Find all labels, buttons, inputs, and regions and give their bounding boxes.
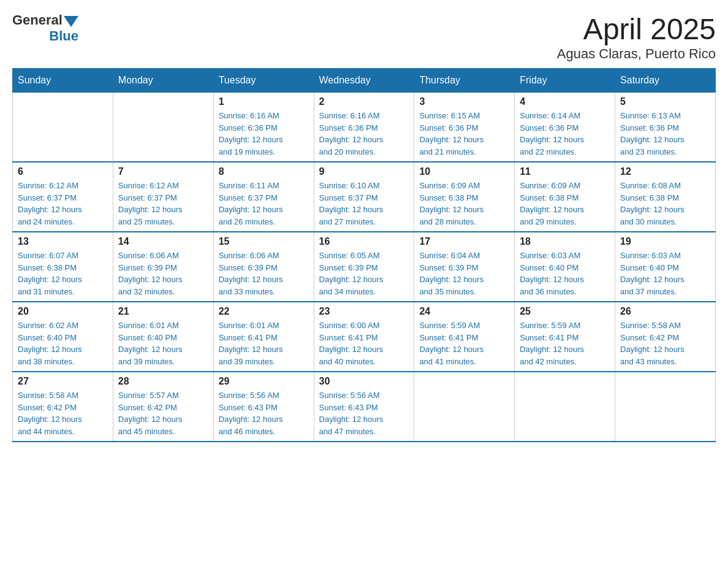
day-info: Sunrise: 6:06 AM Sunset: 6:39 PM Dayligh… xyxy=(118,250,208,297)
day-info: Sunrise: 6:00 AM Sunset: 6:41 PM Dayligh… xyxy=(319,320,409,367)
calendar-week-row: 20Sunrise: 6:02 AM Sunset: 6:40 PM Dayli… xyxy=(13,302,716,372)
calendar-cell xyxy=(414,372,515,442)
calendar-table: SundayMondayTuesdayWednesdayThursdayFrid… xyxy=(12,68,716,442)
day-number: 6 xyxy=(18,166,108,177)
day-info: Sunrise: 6:08 AM Sunset: 6:38 PM Dayligh… xyxy=(620,180,710,228)
day-info: Sunrise: 6:03 AM Sunset: 6:40 PM Dayligh… xyxy=(620,250,710,297)
day-number: 28 xyxy=(118,376,208,387)
day-info: Sunrise: 6:06 AM Sunset: 6:39 PM Dayligh… xyxy=(219,250,309,297)
day-number: 18 xyxy=(520,236,610,247)
weekday-header: Monday xyxy=(113,69,213,93)
calendar-cell: 16Sunrise: 6:05 AM Sunset: 6:39 PM Dayli… xyxy=(314,232,414,302)
calendar-cell: 14Sunrise: 6:06 AM Sunset: 6:39 PM Dayli… xyxy=(113,232,213,302)
calendar-cell: 7Sunrise: 6:12 AM Sunset: 6:37 PM Daylig… xyxy=(113,162,213,232)
day-info: Sunrise: 5:58 AM Sunset: 6:42 PM Dayligh… xyxy=(18,389,108,437)
title-block: April 2025 Aguas Claras, Puerto Rico xyxy=(557,12,716,62)
day-number: 5 xyxy=(620,96,710,107)
day-number: 4 xyxy=(520,96,610,107)
calendar-cell xyxy=(515,372,615,442)
weekday-header: Tuesday xyxy=(213,69,314,93)
day-info: Sunrise: 6:16 AM Sunset: 6:36 PM Dayligh… xyxy=(319,110,409,158)
calendar-title: April 2025 xyxy=(557,12,716,46)
calendar-cell: 19Sunrise: 6:03 AM Sunset: 6:40 PM Dayli… xyxy=(615,232,716,302)
calendar-cell: 26Sunrise: 5:58 AM Sunset: 6:42 PM Dayli… xyxy=(615,302,716,372)
calendar-week-row: 27Sunrise: 5:58 AM Sunset: 6:42 PM Dayli… xyxy=(13,372,716,442)
day-number: 29 xyxy=(219,376,309,387)
calendar-cell: 20Sunrise: 6:02 AM Sunset: 6:40 PM Dayli… xyxy=(13,302,113,372)
day-info: Sunrise: 6:12 AM Sunset: 6:37 PM Dayligh… xyxy=(118,180,208,228)
logo-blue-text: Blue xyxy=(49,28,78,44)
calendar-cell: 25Sunrise: 5:59 AM Sunset: 6:41 PM Dayli… xyxy=(515,302,615,372)
day-info: Sunrise: 6:14 AM Sunset: 6:36 PM Dayligh… xyxy=(520,110,610,158)
day-info: Sunrise: 5:59 AM Sunset: 6:41 PM Dayligh… xyxy=(419,320,509,367)
calendar-cell xyxy=(615,372,716,442)
day-info: Sunrise: 6:12 AM Sunset: 6:37 PM Dayligh… xyxy=(18,180,108,228)
day-number: 24 xyxy=(419,306,509,317)
day-info: Sunrise: 6:03 AM Sunset: 6:40 PM Dayligh… xyxy=(520,250,610,297)
calendar-cell: 29Sunrise: 5:56 AM Sunset: 6:43 PM Dayli… xyxy=(213,372,314,442)
day-info: Sunrise: 5:56 AM Sunset: 6:43 PM Dayligh… xyxy=(319,389,409,437)
calendar-cell: 8Sunrise: 6:11 AM Sunset: 6:37 PM Daylig… xyxy=(213,162,314,232)
day-info: Sunrise: 5:56 AM Sunset: 6:43 PM Dayligh… xyxy=(219,389,309,437)
day-info: Sunrise: 6:04 AM Sunset: 6:39 PM Dayligh… xyxy=(419,250,509,297)
day-number: 20 xyxy=(18,306,108,317)
calendar-cell: 27Sunrise: 5:58 AM Sunset: 6:42 PM Dayli… xyxy=(13,372,113,442)
calendar-cell: 22Sunrise: 6:01 AM Sunset: 6:41 PM Dayli… xyxy=(213,302,314,372)
weekday-header: Wednesday xyxy=(314,69,414,93)
day-info: Sunrise: 6:11 AM Sunset: 6:37 PM Dayligh… xyxy=(219,180,309,228)
day-number: 13 xyxy=(18,236,108,247)
day-number: 26 xyxy=(620,306,710,317)
calendar-cell: 18Sunrise: 6:03 AM Sunset: 6:40 PM Dayli… xyxy=(515,232,615,302)
calendar-cell: 28Sunrise: 5:57 AM Sunset: 6:42 PM Dayli… xyxy=(113,372,213,442)
day-number: 8 xyxy=(219,166,309,177)
calendar-cell: 17Sunrise: 6:04 AM Sunset: 6:39 PM Dayli… xyxy=(414,232,515,302)
logo-general-text: General xyxy=(12,12,63,28)
day-number: 25 xyxy=(520,306,610,317)
day-number: 19 xyxy=(620,236,710,247)
day-number: 30 xyxy=(319,376,409,387)
calendar-cell: 9Sunrise: 6:10 AM Sunset: 6:37 PM Daylig… xyxy=(314,162,414,232)
day-number: 15 xyxy=(219,236,309,247)
calendar-cell: 11Sunrise: 6:09 AM Sunset: 6:38 PM Dayli… xyxy=(515,162,615,232)
weekday-header: Friday xyxy=(515,69,615,93)
day-number: 27 xyxy=(18,376,108,387)
calendar-cell xyxy=(13,93,113,163)
calendar-cell: 12Sunrise: 6:08 AM Sunset: 6:38 PM Dayli… xyxy=(615,162,716,232)
day-info: Sunrise: 5:57 AM Sunset: 6:42 PM Dayligh… xyxy=(118,389,208,437)
day-number: 21 xyxy=(118,306,208,317)
day-number: 2 xyxy=(319,96,409,107)
day-number: 12 xyxy=(620,166,710,177)
day-number: 7 xyxy=(118,166,208,177)
calendar-week-row: 6Sunrise: 6:12 AM Sunset: 6:37 PM Daylig… xyxy=(13,162,716,232)
day-info: Sunrise: 6:02 AM Sunset: 6:40 PM Dayligh… xyxy=(18,320,108,367)
day-number: 3 xyxy=(419,96,509,107)
calendar-cell: 21Sunrise: 6:01 AM Sunset: 6:40 PM Dayli… xyxy=(113,302,213,372)
page-header: General Blue April 2025 Aguas Claras, Pu… xyxy=(12,12,716,62)
calendar-cell: 2Sunrise: 6:16 AM Sunset: 6:36 PM Daylig… xyxy=(314,93,414,163)
day-number: 23 xyxy=(319,306,409,317)
calendar-week-row: 1Sunrise: 6:16 AM Sunset: 6:36 PM Daylig… xyxy=(13,93,716,163)
day-info: Sunrise: 6:15 AM Sunset: 6:36 PM Dayligh… xyxy=(419,110,509,158)
day-number: 14 xyxy=(118,236,208,247)
calendar-cell: 13Sunrise: 6:07 AM Sunset: 6:38 PM Dayli… xyxy=(13,232,113,302)
day-info: Sunrise: 6:09 AM Sunset: 6:38 PM Dayligh… xyxy=(419,180,509,228)
weekday-header: Saturday xyxy=(615,69,716,93)
logo-triangle-icon xyxy=(64,16,78,27)
day-info: Sunrise: 6:09 AM Sunset: 6:38 PM Dayligh… xyxy=(520,180,610,228)
weekday-header-row: SundayMondayTuesdayWednesdayThursdayFrid… xyxy=(13,69,716,93)
day-info: Sunrise: 6:07 AM Sunset: 6:38 PM Dayligh… xyxy=(18,250,108,297)
weekday-header: Sunday xyxy=(13,69,113,93)
calendar-cell: 5Sunrise: 6:13 AM Sunset: 6:36 PM Daylig… xyxy=(615,93,716,163)
calendar-cell: 3Sunrise: 6:15 AM Sunset: 6:36 PM Daylig… xyxy=(414,93,515,163)
calendar-cell: 1Sunrise: 6:16 AM Sunset: 6:36 PM Daylig… xyxy=(213,93,314,163)
day-info: Sunrise: 5:58 AM Sunset: 6:42 PM Dayligh… xyxy=(620,320,710,367)
day-info: Sunrise: 6:05 AM Sunset: 6:39 PM Dayligh… xyxy=(319,250,409,297)
day-info: Sunrise: 6:10 AM Sunset: 6:37 PM Dayligh… xyxy=(319,180,409,228)
day-number: 1 xyxy=(219,96,309,107)
day-number: 9 xyxy=(319,166,409,177)
day-number: 10 xyxy=(419,166,509,177)
day-number: 22 xyxy=(219,306,309,317)
day-number: 17 xyxy=(419,236,509,247)
calendar-subtitle: Aguas Claras, Puerto Rico xyxy=(557,46,716,62)
weekday-header: Thursday xyxy=(414,69,515,93)
